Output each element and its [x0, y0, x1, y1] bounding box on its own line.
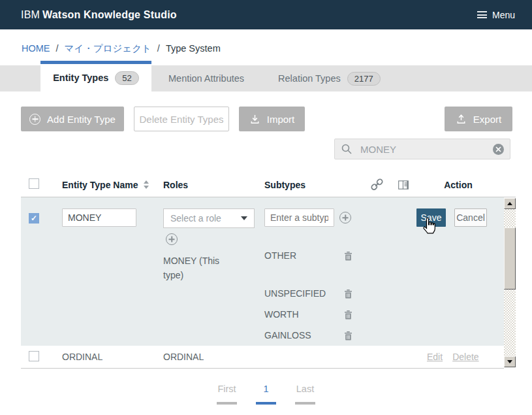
- column-header-entity-type-name[interactable]: Entity Type Name: [62, 180, 163, 190]
- entity-types-table: Entity Type Name Roles Subtypes Action: [21, 173, 516, 369]
- subtype-item: GAINLOSS: [264, 328, 352, 342]
- subtype-label: OTHER: [264, 250, 296, 261]
- breadcrumb-current: Type System: [166, 43, 221, 54]
- trash-icon[interactable]: [344, 331, 352, 340]
- link-icon: [371, 178, 383, 191]
- subtype-item: UNSPECIFIED: [264, 286, 352, 301]
- breadcrumb: HOME / マイ・プロジェクト / Type System: [0, 29, 532, 65]
- breadcrumb-home-link[interactable]: HOME: [22, 43, 50, 54]
- select-all-checkbox[interactable]: [29, 178, 39, 189]
- search-icon: [341, 143, 352, 155]
- pagination-first[interactable]: First: [217, 384, 237, 405]
- export-label: Export: [473, 114, 501, 125]
- tab-relation-types[interactable]: Relation Types 2177: [261, 65, 398, 91]
- brand-prefix: IBM: [21, 9, 40, 20]
- entity-types-count-badge: 52: [115, 71, 138, 85]
- table-body: Select a role MONEY (This type) OTHER: [21, 197, 504, 369]
- breadcrumb-project-link[interactable]: マイ・プロジェクト: [65, 43, 151, 54]
- column-header-action: Action: [413, 180, 504, 190]
- pagination-last[interactable]: Last: [295, 384, 315, 405]
- pagination-page-label: 1: [263, 384, 268, 394]
- table-header: Entity Type Name Roles Subtypes Action: [21, 173, 516, 197]
- add-entity-type-label: Add Entity Type: [47, 114, 116, 125]
- tab-entity-types-label: Entity Types: [53, 73, 108, 83]
- upload-icon: [456, 114, 467, 125]
- hamburger-icon: [477, 11, 487, 18]
- pagination: First 1 Last: [0, 384, 532, 405]
- add-role-icon[interactable]: [166, 233, 178, 245]
- download-icon: [249, 114, 260, 125]
- roles-cell: ORDINAL: [163, 352, 264, 362]
- subtype-label: WORTH: [264, 309, 299, 320]
- row-checkbox-money[interactable]: [29, 213, 39, 224]
- chevron-down-icon: [241, 216, 247, 220]
- trash-icon[interactable]: [344, 310, 352, 320]
- table-row-money-editing: Select a role MONEY (This type) OTHER: [21, 197, 504, 346]
- subtype-list: OTHER UNSPECIFIED WORTH: [264, 248, 352, 342]
- breadcrumb-separator: /: [56, 43, 59, 54]
- add-subtype-icon[interactable]: [339, 212, 351, 224]
- plus-circle-icon: [29, 114, 40, 125]
- dictionary-icon: [398, 179, 409, 191]
- import-label: Import: [267, 114, 295, 125]
- menu-label: Menu: [492, 10, 515, 20]
- scrollbar-thumb[interactable]: [504, 227, 516, 290]
- tab-mention-attributes-label: Mention Attributes: [168, 73, 244, 84]
- search-box[interactable]: [334, 139, 510, 159]
- menu-button[interactable]: Menu: [477, 10, 515, 20]
- pagination-first-label: First: [217, 384, 236, 394]
- entity-type-name-cell: ORDINAL: [62, 352, 163, 362]
- vertical-scrollbar[interactable]: [504, 198, 516, 367]
- pagination-page-1[interactable]: 1: [256, 384, 276, 405]
- role-select-value: Select a role: [170, 213, 221, 224]
- export-button[interactable]: Export: [445, 107, 512, 131]
- delete-entity-types-button[interactable]: Delete Entity Types: [134, 107, 229, 131]
- role-select[interactable]: Select a role: [163, 208, 255, 228]
- subtype-label: UNSPECIFIED: [264, 288, 326, 299]
- table-row-ordinal: ORDINAL ORDINAL Edit Delete: [21, 346, 504, 369]
- tab-relation-types-label: Relation Types: [278, 73, 341, 84]
- subtype-item: OTHER: [264, 248, 352, 263]
- column-header-roles: Roles: [163, 180, 264, 190]
- tab-entity-types[interactable]: Entity Types 52: [40, 61, 151, 91]
- sort-icon[interactable]: [144, 180, 149, 189]
- row-checkbox-ordinal[interactable]: [29, 351, 39, 361]
- pagination-page-bar: [256, 402, 276, 405]
- delete-entity-types-label: Delete Entity Types: [140, 114, 224, 125]
- relation-types-count-badge: 2177: [347, 72, 381, 86]
- save-button[interactable]: Save: [416, 208, 446, 227]
- import-button[interactable]: Import: [239, 107, 305, 131]
- delete-link[interactable]: Delete: [452, 352, 478, 362]
- breadcrumb-separator: /: [157, 43, 160, 54]
- app-bar: IBMWatson Knowledge Studio Menu: [0, 0, 532, 29]
- pagination-first-bar: [217, 402, 237, 405]
- tab-mention-attributes[interactable]: Mention Attributes: [151, 65, 261, 91]
- trash-icon[interactable]: [344, 289, 352, 299]
- toolbar: Add Entity Type Delete Entity Types Impo…: [21, 107, 512, 131]
- tab-bar: Entity Types 52 Mention Attributes Relat…: [0, 65, 532, 91]
- add-entity-type-button[interactable]: Add Entity Type: [21, 107, 124, 131]
- pagination-last-label: Last: [296, 384, 314, 394]
- subtype-input[interactable]: [264, 208, 334, 227]
- trash-icon[interactable]: [344, 251, 352, 261]
- cancel-button[interactable]: Cancel: [454, 208, 487, 227]
- scroll-up-button[interactable]: [504, 198, 516, 209]
- subtype-label: GAINLOSS: [264, 330, 311, 340]
- search-row: [0, 139, 510, 159]
- app-title: IBMWatson Knowledge Studio: [21, 9, 177, 21]
- subtype-item: WORTH: [264, 307, 352, 322]
- edit-link[interactable]: Edit: [427, 352, 443, 362]
- column-header-subtypes: Subtypes: [264, 180, 362, 190]
- entity-type-name-header-label: Entity Type Name: [62, 180, 138, 190]
- brand-name: Watson Knowledge Studio: [42, 9, 177, 20]
- role-item: MONEY (This type): [163, 254, 236, 282]
- pagination-last-bar: [295, 402, 315, 405]
- scroll-down-button[interactable]: [504, 356, 516, 367]
- entity-type-name-input[interactable]: [62, 208, 136, 227]
- search-input[interactable]: [360, 144, 493, 155]
- clear-search-icon[interactable]: [493, 144, 504, 155]
